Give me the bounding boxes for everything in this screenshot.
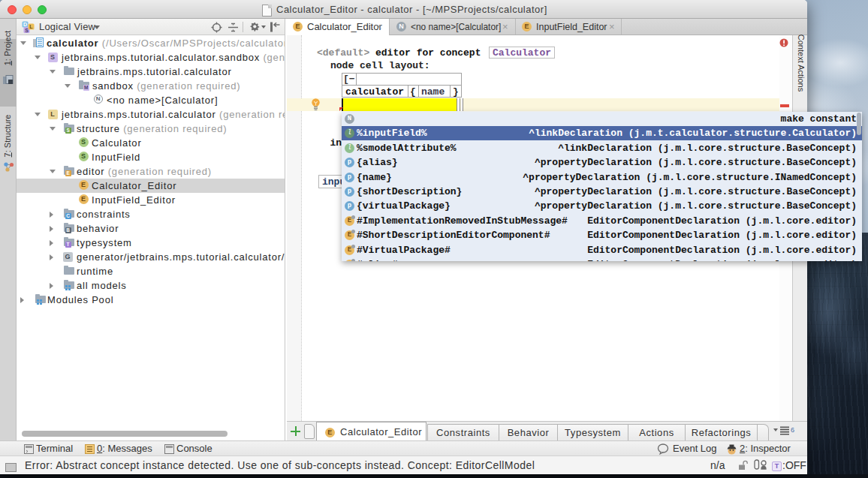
svg-text:D: D (23, 22, 27, 27)
svg-text:S: S (25, 28, 29, 33)
svg-text:L: L (29, 24, 33, 29)
